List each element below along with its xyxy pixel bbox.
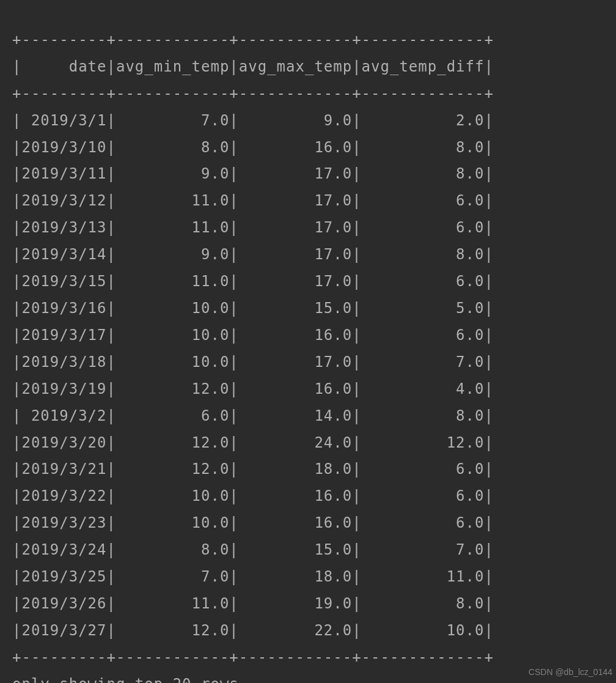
console-output: +---------+------------+------------+---… (0, 0, 616, 683)
watermark-text: CSDN @db_lcz_0144 (529, 665, 612, 681)
table-header-row: | date|avg_min_temp|avg_max_temp|avg_tem… (12, 58, 494, 75)
table-border-mid: +---------+------------+------------+---… (12, 85, 494, 102)
table-border-bottom: +---------+------------+------------+---… (12, 649, 494, 666)
table-border-top: +---------+------------+------------+---… (12, 31, 494, 48)
table-body: | 2019/3/1| 7.0| 9.0| 2.0| |2019/3/10| 8… (12, 112, 494, 639)
footer-message: only showing top 20 rows (12, 676, 239, 683)
